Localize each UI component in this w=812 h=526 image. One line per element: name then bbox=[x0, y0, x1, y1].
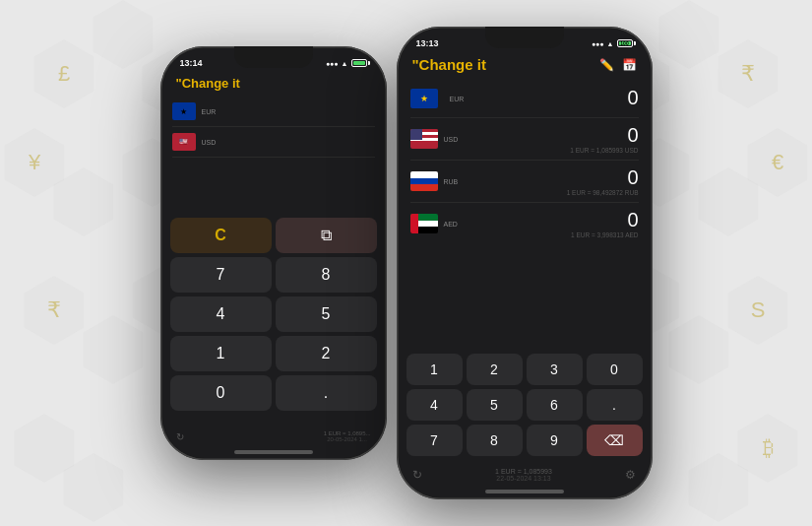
key-1-back[interactable]: 1 bbox=[170, 336, 272, 371]
key-copy-back[interactable]: ⧉ bbox=[276, 218, 377, 253]
key-2-front[interactable]: 2 bbox=[467, 354, 523, 385]
keypad-row2-front: 4 5 6 . bbox=[406, 389, 643, 421]
code-rub-front: RUB bbox=[444, 178, 459, 185]
currency-info-usd-front: USD bbox=[444, 135, 459, 143]
currency-row-usd-back: 🇺🇸 USD bbox=[172, 127, 375, 158]
status-right-back: ●●● ▲ bbox=[326, 59, 367, 67]
footer-front: ↻ 1 EUR = 1,085993 22-05-2024 13:13 ⚙ bbox=[399, 464, 651, 490]
time-front: 13:13 bbox=[416, 38, 439, 48]
currency-row-rub-front: RUB 0 1 EUR = 98,492872 RUB bbox=[410, 161, 639, 203]
signal-front: ●●● bbox=[592, 40, 604, 47]
footer-back: ↻ 1 EUR = 1,0895... 20-05-2024 1... bbox=[162, 427, 385, 450]
footer-date-back: 20-05-2024 1... bbox=[324, 436, 371, 442]
key-0-front[interactable]: 0 bbox=[587, 354, 643, 385]
currency-list-back: ★ EUR 🇺🇸 USD bbox=[162, 97, 385, 214]
flag-aed-front bbox=[410, 214, 438, 233]
status-right-front: ●●● ▲ 100 bbox=[592, 39, 633, 47]
rate-aed-front: 1 EUR = 3,998313 AED bbox=[571, 231, 638, 238]
notch-back bbox=[234, 46, 313, 68]
value-usd-front: 0 1 EUR = 1,085993 USD bbox=[570, 124, 638, 154]
footer-rate-front: 1 EUR = 1,085993 bbox=[495, 468, 552, 475]
currency-list-front: ★ EUR 0 bbox=[399, 79, 651, 350]
footer-info-front: 1 EUR = 1,085993 22-05-2024 13:13 bbox=[495, 468, 552, 482]
currency-info-rub-front: RUB bbox=[444, 177, 459, 185]
battery-fill-back bbox=[353, 61, 365, 65]
settings-icon-front[interactable]: ⚙ bbox=[625, 468, 636, 482]
keypad-row3-front: 7 8 9 ⌫ bbox=[406, 425, 643, 456]
notch-front bbox=[485, 27, 564, 48]
battery-front: 100 bbox=[617, 39, 633, 47]
screen-front: 13:13 ●●● ▲ 100 "Change it ✏️ 📅 bbox=[399, 29, 651, 497]
currency-row-usd-front: USD 0 1 EUR = 1,085993 USD bbox=[410, 118, 639, 161]
key-5-front[interactable]: 5 bbox=[467, 389, 523, 421]
keypad-back: C ⧉ 7 8 4 5 1 2 0 . bbox=[162, 214, 385, 427]
currency-info-aed-front: AED bbox=[444, 220, 458, 228]
flag-usd-front bbox=[410, 129, 438, 149]
key-7-back[interactable]: 7 bbox=[170, 257, 272, 293]
value-rub-front: 0 1 EUR = 98,492872 RUB bbox=[567, 166, 639, 196]
time-back: 13:14 bbox=[180, 58, 203, 68]
app-header-back: "Change it bbox=[162, 72, 385, 97]
hex-cell: £ bbox=[30, 39, 98, 108]
code-eur-front: EUR bbox=[450, 96, 465, 102]
home-indicator-back bbox=[234, 450, 313, 454]
amount-eur-front: 0 bbox=[627, 87, 638, 109]
amount-rub-front: 0 bbox=[567, 166, 639, 189]
screen-back: 13:14 ●●● ▲ "Change it ★ bbox=[162, 48, 385, 458]
app-header-front: "Change it ✏️ 📅 bbox=[399, 52, 651, 79]
header-icons-front: ✏️ 📅 bbox=[599, 58, 637, 72]
key-4-front[interactable]: 4 bbox=[406, 389, 463, 421]
wifi-back: ▲ bbox=[342, 60, 348, 67]
hex-cell: ₹ bbox=[714, 39, 782, 108]
app-title-front: "Change it bbox=[412, 56, 486, 73]
key-8-front[interactable]: 8 bbox=[467, 425, 523, 456]
flag-rub-front bbox=[410, 171, 438, 191]
keypad-row-78-back: 7 8 bbox=[170, 257, 377, 293]
key-dot-back[interactable]: . bbox=[276, 375, 377, 411]
key-7-front[interactable]: 7 bbox=[406, 425, 463, 456]
wifi-icon-front: ▲ bbox=[607, 40, 614, 47]
amount-usd-front: 0 bbox=[570, 124, 638, 147]
currency-code-eur-back: EUR bbox=[202, 108, 217, 115]
keypad-row-top-back: C ⧉ bbox=[170, 218, 377, 253]
key-0-back[interactable]: 0 bbox=[170, 375, 272, 411]
home-indicator-front bbox=[485, 490, 564, 493]
key-9-front[interactable]: 9 bbox=[527, 425, 583, 456]
key-6-front[interactable]: 6 bbox=[527, 389, 583, 421]
footer-info-back: 1 EUR = 1,0895... 20-05-2024 1... bbox=[324, 430, 371, 442]
phone-front: 13:13 ●●● ▲ 100 "Change it ✏️ 📅 bbox=[397, 27, 653, 499]
currency-row-aed-front: AED 0 1 EUR = 3,998313 AED bbox=[410, 203, 639, 244]
rate-rub-front: 1 EUR = 98,492872 RUB bbox=[567, 189, 639, 196]
currency-info-eur-front: EUR bbox=[450, 95, 465, 102]
flag-usd-back: 🇺🇸 bbox=[172, 133, 196, 151]
currency-row-eur-front: ★ EUR 0 bbox=[410, 79, 639, 118]
keypad-row-0dot-back: 0 . bbox=[170, 375, 377, 411]
code-usd-front: USD bbox=[444, 136, 459, 143]
key-C-back[interactable]: C bbox=[170, 218, 272, 253]
calendar-icon[interactable]: 📅 bbox=[622, 58, 637, 72]
currency-code-usd-back: USD bbox=[202, 139, 217, 146]
value-eur-front: 0 bbox=[627, 87, 638, 109]
amount-aed-front: 0 bbox=[571, 209, 638, 231]
phone-back: 13:14 ●●● ▲ "Change it ★ bbox=[160, 46, 387, 460]
keypad-row-45-back: 4 5 bbox=[170, 296, 377, 332]
pencil-icon[interactable]: ✏️ bbox=[599, 58, 614, 72]
phones-container: 13:14 ●●● ▲ "Change it ★ bbox=[131, 17, 682, 509]
footer-date-front: 22-05-2024 13:13 bbox=[495, 475, 552, 482]
hex-cell: S bbox=[723, 276, 792, 345]
key-dot-front[interactable]: . bbox=[587, 389, 643, 421]
keypad-row1-front: 1 2 3 0 bbox=[406, 354, 643, 385]
refresh-icon-back: ↻ bbox=[176, 431, 184, 442]
battery-fill-front: 100 bbox=[619, 41, 631, 45]
key-backspace-front[interactable]: ⌫ bbox=[587, 425, 643, 456]
key-8-back[interactable]: 8 bbox=[276, 257, 377, 293]
refresh-icon-front[interactable]: ↻ bbox=[412, 468, 422, 482]
value-aed-front: 0 1 EUR = 3,998313 AED bbox=[571, 209, 638, 238]
flag-eur-back: ★ bbox=[172, 102, 196, 120]
key-4-back[interactable]: 4 bbox=[170, 296, 272, 332]
key-3-front[interactable]: 3 bbox=[527, 354, 583, 385]
key-1-front[interactable]: 1 bbox=[406, 354, 463, 385]
key-2-back[interactable]: 2 bbox=[276, 336, 377, 371]
code-aed-front: AED bbox=[444, 221, 458, 228]
key-5-back[interactable]: 5 bbox=[276, 296, 377, 332]
